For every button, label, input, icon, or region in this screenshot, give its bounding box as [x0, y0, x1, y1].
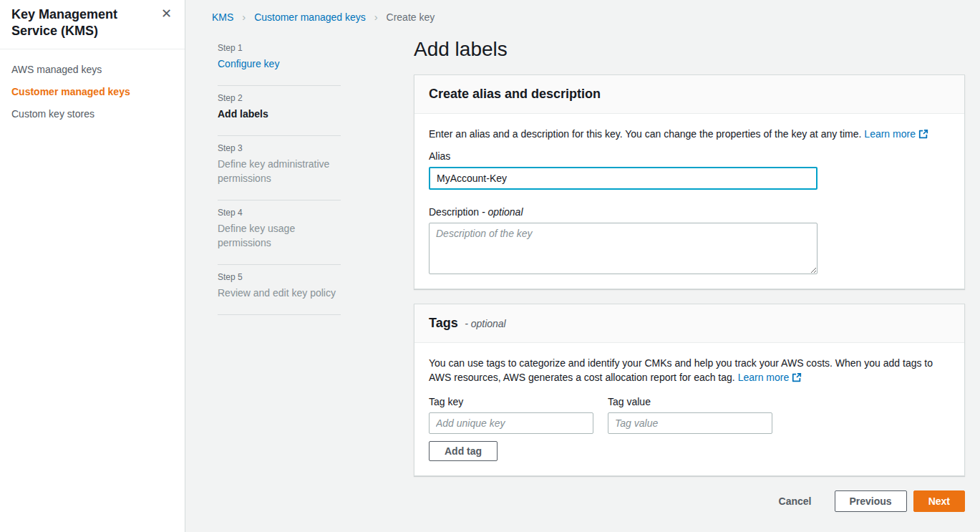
breadcrumb-separator-icon: ›	[242, 11, 246, 23]
alias-card-header: Create alias and description	[414, 75, 964, 114]
tags-intro: You can use tags to categorize and ident…	[429, 357, 933, 383]
step-title-usage-permissions: Define key usage permissions	[218, 221, 341, 250]
step-number: Step 5	[218, 272, 341, 282]
cancel-button[interactable]: Cancel	[779, 495, 812, 507]
sidebar-item-aws-managed-keys[interactable]: AWS managed keys	[0, 59, 185, 81]
external-link-icon	[918, 129, 928, 139]
breadcrumb-link-customer-managed-keys[interactable]: Customer managed keys	[254, 11, 366, 23]
step-number: Step 3	[218, 143, 341, 153]
sidebar-item-customer-managed-keys[interactable]: Customer managed keys	[0, 81, 185, 103]
next-button[interactable]: Next	[913, 490, 965, 512]
step-nav: Step 1 Configure key Step 2 Add labels S…	[218, 32, 341, 315]
alias-intro-text: Enter an alias and a description for thi…	[429, 127, 950, 141]
tag-key-label: Tag key	[429, 396, 593, 407]
alias-input[interactable]	[429, 167, 818, 190]
tags-learn-more-link[interactable]: Learn more	[738, 372, 802, 383]
tag-value-field-group: Tag value	[608, 396, 772, 434]
tags-card-title: Tags	[429, 316, 458, 330]
breadcrumb: KMS › Customer managed keys › Create key	[186, 0, 980, 32]
sidebar-title: Key Management Service (KMS)	[11, 6, 153, 39]
close-icon[interactable]: ✕	[158, 6, 175, 21]
tags-intro-text: You can use tags to categorize and ident…	[429, 356, 950, 385]
tags-optional-label: - optional	[465, 318, 506, 329]
tag-input-row: Tag key Tag value	[429, 396, 950, 434]
wizard-footer-actions: Cancel Previous Next	[414, 490, 965, 512]
description-textarea[interactable]	[429, 223, 818, 274]
alias-intro: Enter an alias and a description for thi…	[429, 128, 861, 140]
content-row: Step 1 Configure key Step 2 Add labels S…	[186, 32, 980, 512]
step-item-5: Step 5 Review and edit key policy	[218, 265, 341, 315]
tags-card-body: You can use tags to categorize and ident…	[414, 343, 964, 475]
external-link-icon	[792, 372, 802, 382]
kms-console-window: Key Management Service (KMS) ✕ AWS manag…	[0, 0, 980, 532]
tag-key-field-group: Tag key	[429, 396, 593, 434]
description-optional-label: - optional	[482, 206, 523, 218]
content-area: KMS › Customer managed keys › Create key…	[186, 0, 980, 532]
page-title: Add labels	[414, 38, 965, 61]
tag-value-label: Tag value	[608, 396, 772, 407]
alias-label: Alias	[429, 150, 950, 162]
step-item-4: Step 4 Define key usage permissions	[218, 200, 341, 265]
step-title-review-policy: Review and edit key policy	[218, 286, 341, 300]
step-title-configure-key[interactable]: Configure key	[218, 57, 341, 71]
alias-card: Create alias and description Enter an al…	[414, 74, 965, 289]
alias-learn-more-link[interactable]: Learn more	[864, 128, 928, 140]
tags-card-header: Tags - optional	[414, 304, 964, 343]
breadcrumb-link-kms[interactable]: KMS	[212, 11, 233, 23]
step-title-add-labels: Add labels	[218, 107, 341, 121]
main-panel: Add labels Create alias and description …	[414, 32, 965, 512]
step-item-2: Step 2 Add labels	[218, 86, 341, 136]
step-item-1: Step 1 Configure key	[218, 36, 341, 86]
alias-card-body: Enter an alias and a description for thi…	[414, 114, 964, 289]
breadcrumb-separator-icon: ›	[374, 11, 378, 23]
sidebar: Key Management Service (KMS) ✕ AWS manag…	[0, 0, 185, 532]
tag-key-input[interactable]	[429, 412, 593, 434]
description-label: Description - optional	[429, 206, 950, 218]
step-number: Step 2	[218, 93, 341, 103]
previous-button[interactable]: Previous	[835, 490, 907, 512]
sidebar-item-custom-key-stores[interactable]: Custom key stores	[0, 103, 185, 125]
alias-card-title: Create alias and description	[429, 87, 601, 101]
description-field-group: Description - optional	[429, 206, 950, 274]
sidebar-nav: AWS managed keys Customer managed keys C…	[0, 49, 185, 135]
step-number: Step 4	[218, 208, 341, 218]
breadcrumb-current-page: Create key	[387, 11, 435, 23]
add-tag-button[interactable]: Add tag	[429, 441, 498, 461]
step-number: Step 1	[218, 43, 341, 53]
step-item-3: Step 3 Define key administrative permiss…	[218, 136, 341, 200]
tags-card: Tags - optional You can use tags to cate…	[414, 304, 965, 476]
sidebar-header: Key Management Service (KMS) ✕	[0, 0, 185, 49]
step-title-admin-permissions: Define key administrative permissions	[218, 157, 341, 185]
tag-value-input[interactable]	[608, 412, 772, 434]
